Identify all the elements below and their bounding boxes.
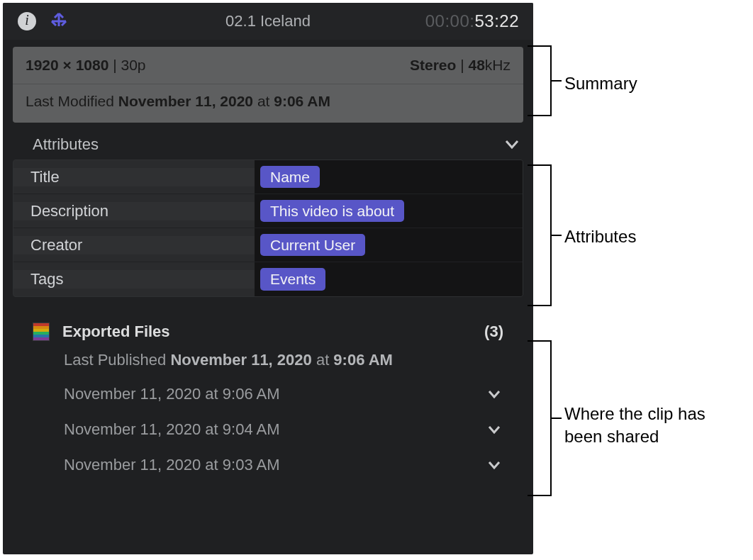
exported-item-date: November 11, 2020 at 9:04 AM <box>64 420 280 439</box>
exported-item[interactable]: November 11, 2020 at 9:03 AM <box>33 447 503 483</box>
callout-bracket-summary <box>537 45 552 116</box>
attribute-value-cell[interactable]: This video is about <box>255 194 523 228</box>
share-icon[interactable] <box>48 11 69 32</box>
summary-box: 1920 × 1080 | 30p Stereo | 48kHz Last Mo… <box>13 47 523 123</box>
timecode: 00:00:53:22 <box>425 11 519 31</box>
callout-label-attributes: Attributes <box>564 225 636 248</box>
share-inspector-panel: i 02.1 Iceland 00:00:53:22 1920 × 1080 |… <box>3 3 533 554</box>
attribute-token[interactable]: This video is about <box>260 200 404 222</box>
chevron-down-icon <box>488 390 501 398</box>
callouts: Summary Attributes Where the clip has be… <box>536 3 749 554</box>
exported-item[interactable]: November 11, 2020 at 9:04 AM <box>33 412 503 447</box>
exported-item-date: November 11, 2020 at 9:06 AM <box>64 385 280 403</box>
callout-label-shared: Where the clip has been shared <box>564 403 720 449</box>
attribute-label: Creator <box>13 236 255 254</box>
chevron-down-icon <box>505 140 519 150</box>
summary-video-format: 1920 × 1080 | 30p <box>26 57 146 74</box>
summary-last-modified: Last Modified November 11, 2020 at 9:06 … <box>13 84 523 123</box>
attribute-row-title: Title Name <box>13 160 523 194</box>
attribute-row-tags: Tags Events <box>13 262 523 296</box>
exported-files-icon <box>33 323 50 341</box>
exported-item-date: November 11, 2020 at 9:03 AM <box>64 456 280 474</box>
summary-audio-format: Stereo | 48kHz <box>410 57 511 74</box>
attribute-row-description: Description This video is about <box>13 194 523 228</box>
attribute-value-cell[interactable]: Name <box>255 160 523 194</box>
inspector-header: i 02.1 Iceland 00:00:53:22 <box>3 3 533 40</box>
attributes-header-label: Attributes <box>33 135 99 154</box>
callout-bracket-attributes <box>537 164 552 306</box>
exported-files-title: Exported Files <box>62 323 484 341</box>
attribute-label: Title <box>13 168 255 186</box>
attribute-value-cell[interactable]: Events <box>255 262 523 296</box>
attribute-value-cell[interactable]: Current User <box>255 228 523 262</box>
exported-files-section: Exported Files (3) Last Published Novemb… <box>33 323 503 483</box>
chevron-down-icon <box>488 425 501 434</box>
callout-label-summary: Summary <box>564 72 637 95</box>
exported-item[interactable]: November 11, 2020 at 9:06 AM <box>33 376 503 412</box>
exported-files-count: (3) <box>484 323 503 341</box>
attribute-label: Tags <box>13 270 255 289</box>
attributes-section-header[interactable]: Attributes <box>33 135 519 154</box>
attribute-token[interactable]: Name <box>260 166 320 188</box>
attributes-table: Title Name Description This video is abo… <box>13 159 523 297</box>
last-published: Last Published November 11, 2020 at 9:06… <box>64 351 503 369</box>
attribute-row-creator: Creator Current User <box>13 228 523 262</box>
exported-files-header[interactable]: Exported Files (3) <box>33 323 503 341</box>
chevron-down-icon <box>488 461 501 469</box>
attribute-label: Description <box>13 202 255 220</box>
attribute-token[interactable]: Current User <box>260 234 365 256</box>
attribute-token[interactable]: Events <box>260 268 325 290</box>
info-icon[interactable]: i <box>17 11 37 31</box>
callout-bracket-shared <box>537 340 552 496</box>
svg-text:i: i <box>25 12 29 28</box>
